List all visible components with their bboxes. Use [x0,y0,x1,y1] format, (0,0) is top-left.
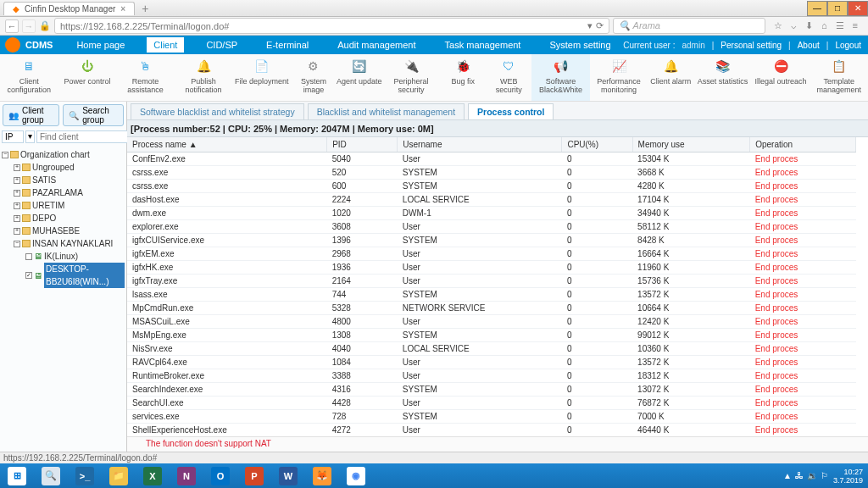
home-icon[interactable]: ⌂ [821,20,827,31]
end-process-link[interactable]: End proces [750,247,856,261]
new-tab-button[interactable]: + [135,3,155,14]
taskbar-app[interactable]: 🦊 [305,464,339,488]
nav-item-system-setting[interactable]: System setting [542,37,617,53]
table-row[interactable]: RAVCpl64.exe1084User013572 KEnd proces [127,356,856,369]
taskbar-app[interactable]: O [203,464,237,488]
nav-forward-button[interactable]: → [22,19,36,33]
nav-item-client[interactable]: Client [147,37,184,53]
end-process-link[interactable]: End proces [750,342,856,356]
col-1[interactable]: PID [327,137,398,152]
table-row[interactable]: csrss.exe520SYSTEM03668 KEnd proces [127,166,856,180]
taskbar-app[interactable]: 📁 [102,464,136,488]
side-tab-search-group[interactable]: 🔍 Search group [63,104,124,126]
subtab-blacklist-strategy[interactable]: Software blacklist and whitelist strateg… [131,103,304,119]
subtab-process-control[interactable]: Process control [468,103,554,119]
tree-node[interactable]: + Ungrouped [14,161,125,174]
url-input[interactable]: https://192.168.2.225/Terminal/logon.do#… [54,18,609,34]
dropdown-icon[interactable]: ▾ [587,20,593,31]
tree-node[interactable]: + SATIS [14,174,125,186]
end-process-link[interactable]: End proces [750,193,856,207]
end-process-link[interactable]: End proces [750,424,856,437]
table-row[interactable]: services.exe728SYSTEM07000 KEnd proces [127,410,856,424]
table-row[interactable]: MSASCuiL.exe4800User012420 KEnd proces [127,315,856,329]
taskbar-date[interactable]: 3.7.2019 [833,476,863,485]
taskbar-app[interactable]: >_ [68,464,102,488]
star-icon[interactable]: ☆ [774,20,782,31]
tree-client-selected[interactable]: ✓🖥 DESKTOP-BB2U6I8(WIN...) [25,263,125,288]
end-process-link[interactable]: End proces [750,315,856,329]
process-table-wrap[interactable]: Process name ▲PIDUsernameCPU(%)Memory us… [127,137,868,436]
subtab-blacklist-management[interactable]: Blacklist and whitelist management [308,103,465,119]
taskbar-app[interactable]: 🔍 [34,464,68,488]
nav-item-audit-management[interactable]: Audit management [331,37,422,53]
table-row[interactable]: SearchIndexer.exe4316SYSTEM013072 KEnd p… [127,383,856,396]
end-process-link[interactable]: End proces [750,356,856,369]
tool-software-black-white[interactable]: 📢Software Black&White [531,54,590,101]
tool-system-image[interactable]: ⚙System image [291,54,337,101]
table-row[interactable]: NisSrv.exe4040LOCAL SERVICE010360 KEnd p… [127,342,856,356]
tray-net-icon[interactable]: 🖧 [795,471,804,480]
library-icon[interactable]: ☰ [836,20,844,31]
end-process-link[interactable]: End proces [750,207,856,220]
tool-publish-notification[interactable]: 🔔Publish notification [175,54,233,101]
table-row[interactable]: igfxCUIService.exe1396SYSTEM08428 KEnd p… [127,234,856,247]
tool-client-configuration[interactable]: 🖥Client configuration [0,54,58,101]
tool-client-alarm[interactable]: 🔔Client alarm [648,54,693,101]
taskbar-time[interactable]: 10:27 [833,468,863,476]
table-row[interactable]: dasHost.exe2224LOCAL SERVICE017104 KEnd … [127,193,856,207]
table-row[interactable]: explorer.exe3608User058112 KEnd proces [127,220,856,234]
table-row[interactable]: MsMpEng.exe1308SYSTEM099012 KEnd proces [127,329,856,342]
taskbar-app[interactable]: ◉ [339,464,373,488]
tool-web-security[interactable]: 🛡WEB security [486,54,531,101]
tray-up-icon[interactable]: ▲ [783,471,792,480]
tray-flag-icon[interactable]: ⚐ [821,471,828,480]
table-row[interactable]: lsass.exe744SYSTEM013572 KEnd proces [127,288,856,302]
side-tab-client-group[interactable]: 👥 Client group [3,104,59,126]
end-process-link[interactable]: End proces [750,288,856,302]
system-tray[interactable]: ▲ 🖧 🔉 ⚐ [783,471,828,480]
taskbar-app[interactable]: N [170,464,203,488]
table-row[interactable]: csrss.exe600SYSTEM04280 KEnd proces [127,180,856,193]
dropdown-icon[interactable]: ▾ [25,130,35,143]
table-row[interactable]: ConfEnv2.exe5040User015304 KEnd proces [127,152,856,166]
tree-node[interactable]: + URETIM [14,199,125,212]
col-4[interactable]: Memory use [632,137,750,152]
end-process-link[interactable]: End proces [750,220,856,234]
window-close-button[interactable]: ✕ [848,1,868,16]
table-row[interactable]: igfxHK.exe1936User011960 KEnd proces [127,261,856,274]
table-row[interactable]: MpCmdRun.exe5328NETWORK SERVICE010664 KE… [127,302,856,315]
tool-remote-assistance[interactable]: 🖱Remote assistance [116,54,175,101]
tree-root[interactable]: − Organization chart [2,148,125,161]
nav-item-e-terminal[interactable]: E-terminal [259,37,315,53]
end-process-link[interactable]: End proces [750,152,856,166]
taskbar-app[interactable]: X [136,464,170,488]
browser-search-input[interactable]: 🔍 Arama [613,18,765,34]
close-tab-icon[interactable]: × [120,4,125,14]
end-process-link[interactable]: End proces [750,166,856,180]
ip-filter-input[interactable] [2,130,24,143]
nav-item-task-management[interactable]: Task management [438,37,528,53]
window-minimize-button[interactable]: — [807,1,827,16]
link-about[interactable]: About [798,41,820,50]
col-5[interactable]: Operation [750,137,856,152]
link-personal-setting[interactable]: Personal setting [721,41,782,50]
menu-icon[interactable]: ≡ [853,20,858,31]
end-process-link[interactable]: End proces [750,274,856,288]
tool-peripheral-security[interactable]: 🔌Peripheral security [382,54,441,101]
tree-node[interactable]: + MUHASEBE [14,225,125,237]
end-process-link[interactable]: End proces [750,234,856,247]
taskbar-app[interactable]: P [237,464,271,488]
link-logout[interactable]: Logout [835,41,861,50]
end-process-link[interactable]: End proces [750,302,856,315]
tool-performance-monitoring[interactable]: 📈Performance monitoring [590,54,648,101]
nav-back-button[interactable]: ← [5,19,19,33]
pocket-icon[interactable]: ⌵ [791,20,797,31]
end-process-link[interactable]: End proces [750,261,856,274]
end-process-link[interactable]: End proces [750,180,856,193]
tool-illegal-outreach[interactable]: ⛔Illegal outreach [752,54,810,101]
end-process-link[interactable]: End proces [750,410,856,424]
end-process-link[interactable]: End proces [750,369,856,383]
refresh-icon[interactable]: ⟳ [596,20,604,31]
tree-node[interactable]: − INSAN KAYNAKLARI [14,237,125,250]
end-process-link[interactable]: End proces [750,396,856,410]
